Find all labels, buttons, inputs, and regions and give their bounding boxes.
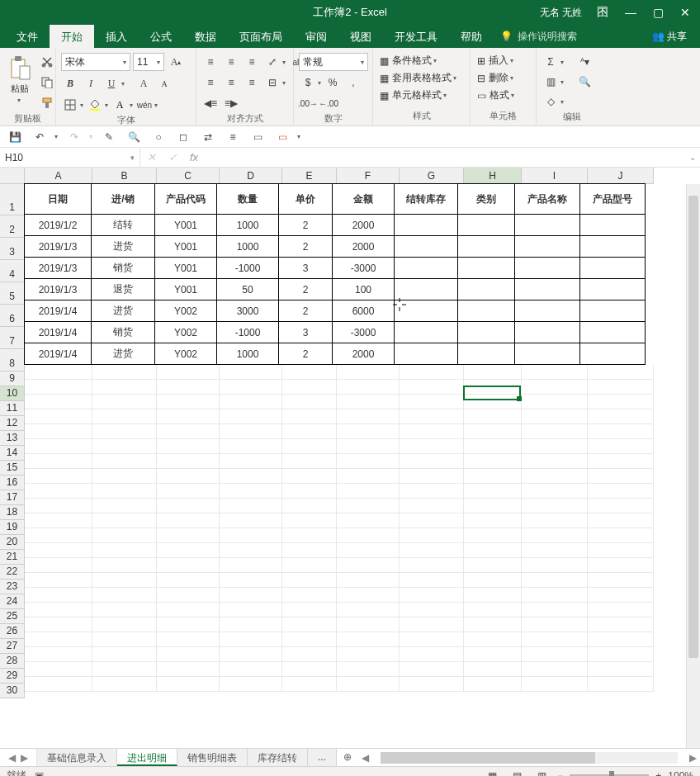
maximize-icon[interactable]: ▢ bbox=[646, 2, 670, 22]
cell[interactable] bbox=[588, 647, 654, 662]
cell[interactable] bbox=[25, 603, 92, 617]
cell[interactable] bbox=[464, 365, 522, 380]
cell[interactable] bbox=[464, 588, 522, 603]
cell[interactable] bbox=[337, 528, 400, 543]
row-header[interactable]: 30 bbox=[0, 684, 25, 698]
row-header[interactable]: 19 bbox=[0, 520, 25, 535]
cell[interactable] bbox=[157, 647, 220, 662]
cell[interactable] bbox=[337, 513, 400, 528]
cell[interactable] bbox=[464, 499, 522, 513]
cell[interactable]: 2 bbox=[278, 343, 333, 365]
cell[interactable] bbox=[400, 558, 464, 573]
cell[interactable] bbox=[588, 380, 654, 395]
cell[interactable] bbox=[282, 677, 337, 692]
cell[interactable] bbox=[464, 617, 522, 632]
row-header[interactable]: 26 bbox=[0, 624, 25, 639]
cell[interactable]: 2000 bbox=[332, 214, 395, 236]
cell[interactable] bbox=[220, 677, 282, 692]
underline-button[interactable]: U bbox=[102, 74, 121, 92]
cell[interactable] bbox=[464, 380, 522, 395]
cell[interactable] bbox=[588, 469, 654, 484]
cell[interactable] bbox=[157, 662, 220, 677]
cell[interactable] bbox=[337, 365, 400, 380]
fill-color-button[interactable] bbox=[86, 96, 104, 114]
tell-me[interactable]: 💡 操作说明搜索 bbox=[500, 25, 577, 48]
cell[interactable] bbox=[92, 588, 157, 603]
ribbon-display-options-icon[interactable]: 囨 bbox=[590, 2, 615, 23]
cell[interactable] bbox=[282, 632, 337, 647]
cell[interactable]: 2019/1/4 bbox=[24, 343, 92, 365]
cell[interactable] bbox=[220, 454, 282, 469]
cell[interactable] bbox=[157, 513, 220, 528]
cell[interactable] bbox=[220, 617, 282, 632]
cell[interactable] bbox=[337, 484, 400, 499]
cell[interactable] bbox=[400, 439, 464, 454]
cell[interactable] bbox=[282, 424, 337, 439]
cell[interactable] bbox=[92, 439, 157, 454]
cell[interactable]: 进货 bbox=[91, 235, 155, 258]
cell[interactable] bbox=[282, 499, 337, 513]
cell[interactable] bbox=[588, 603, 654, 617]
align-bottom-button[interactable]: ≡ bbox=[243, 53, 261, 71]
cell[interactable]: 2 bbox=[278, 214, 333, 236]
cell[interactable] bbox=[25, 543, 92, 558]
cell[interactable]: 产品代码 bbox=[154, 183, 217, 215]
cell[interactable] bbox=[92, 573, 157, 588]
comma-button[interactable]: , bbox=[344, 73, 362, 92]
cell[interactable]: Y001 bbox=[154, 257, 217, 279]
cell[interactable] bbox=[157, 409, 220, 424]
cell[interactable] bbox=[92, 662, 157, 677]
cell[interactable]: -1000 bbox=[216, 257, 279, 279]
cell[interactable] bbox=[25, 409, 92, 424]
cell[interactable] bbox=[92, 513, 157, 528]
cell[interactable]: 2000 bbox=[332, 343, 395, 365]
cell[interactable] bbox=[400, 484, 464, 499]
cell[interactable]: -1000 bbox=[216, 321, 279, 343]
cell[interactable] bbox=[464, 677, 522, 692]
cell[interactable] bbox=[92, 543, 157, 558]
column-header[interactable]: E bbox=[282, 168, 337, 184]
cell[interactable] bbox=[400, 469, 464, 484]
cell[interactable] bbox=[400, 424, 464, 439]
cell[interactable] bbox=[25, 647, 92, 662]
cell[interactable]: 3 bbox=[278, 257, 333, 279]
cell[interactable] bbox=[522, 439, 588, 454]
font-size-small-button[interactable]: A bbox=[155, 74, 173, 92]
borders-button[interactable] bbox=[61, 96, 79, 114]
cell[interactable] bbox=[157, 558, 220, 573]
cell[interactable] bbox=[400, 454, 464, 469]
cell[interactable] bbox=[588, 513, 654, 528]
enter-formula-button[interactable]: ✓ bbox=[162, 151, 183, 163]
cell[interactable] bbox=[588, 439, 654, 454]
cell[interactable] bbox=[25, 632, 92, 647]
cell[interactable] bbox=[464, 528, 522, 543]
cell[interactable] bbox=[522, 573, 588, 588]
cell[interactable] bbox=[92, 499, 157, 513]
cell[interactable] bbox=[92, 632, 157, 647]
column-header[interactable]: C bbox=[157, 168, 220, 184]
row-header[interactable]: 28 bbox=[0, 654, 25, 669]
cell[interactable]: 1000 bbox=[216, 235, 279, 258]
cell[interactable] bbox=[282, 617, 337, 632]
row-header[interactable]: 13 bbox=[0, 431, 25, 446]
select-all-corner[interactable] bbox=[0, 168, 25, 184]
cell[interactable] bbox=[588, 662, 654, 677]
cell[interactable] bbox=[282, 543, 337, 558]
cell[interactable] bbox=[337, 588, 400, 603]
cell[interactable] bbox=[92, 647, 157, 662]
cell[interactable]: Y002 bbox=[154, 343, 217, 365]
row-header[interactable]: 2 bbox=[0, 215, 25, 238]
cell[interactable] bbox=[400, 588, 464, 603]
cell[interactable]: 2019/1/4 bbox=[24, 300, 92, 322]
fx-button[interactable]: fx bbox=[183, 151, 205, 163]
cell[interactable] bbox=[157, 677, 220, 692]
column-header[interactable]: B bbox=[92, 168, 157, 184]
cell[interactable] bbox=[25, 395, 92, 409]
cell[interactable]: 2 bbox=[278, 300, 333, 322]
cell[interactable] bbox=[337, 439, 400, 454]
row-header[interactable]: 3 bbox=[0, 238, 25, 260]
cell[interactable] bbox=[25, 484, 92, 499]
cell[interactable] bbox=[522, 484, 588, 499]
row-header[interactable]: 15 bbox=[0, 461, 25, 476]
view-page-break-button[interactable]: ▥ bbox=[532, 767, 551, 777]
